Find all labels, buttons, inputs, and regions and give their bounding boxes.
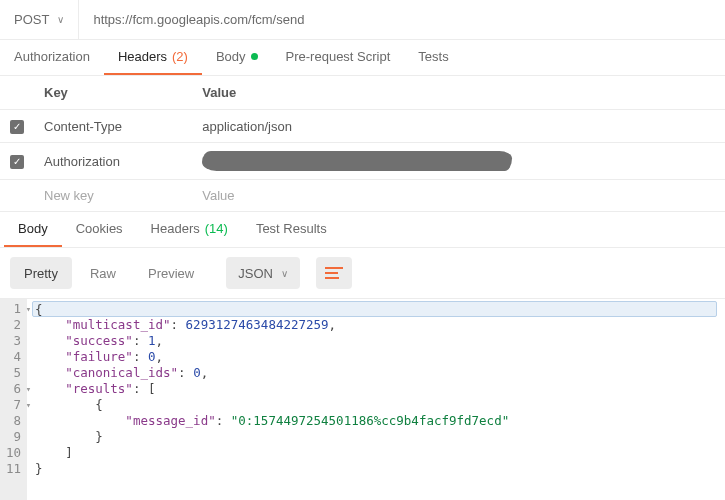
response-tabs: Body Cookies Headers (14) Test Results bbox=[0, 212, 725, 248]
table-row-new[interactable]: New key Value bbox=[0, 180, 725, 212]
table-row[interactable]: ✓ Authorization bbox=[0, 143, 725, 180]
response-body: 1 2 3 4 5 6 7 8 9 10 11 { "multicast_id"… bbox=[0, 298, 725, 500]
header-key[interactable]: Authorization bbox=[34, 143, 192, 180]
unsaved-dot-icon bbox=[251, 53, 258, 60]
response-headers-count: (14) bbox=[205, 221, 228, 236]
request-url-input[interactable]: https://fcm.googleapis.com/fcm/send bbox=[79, 12, 318, 27]
table-row[interactable]: ✓ Content-Type application/json bbox=[0, 110, 725, 143]
header-value[interactable]: application/json bbox=[192, 110, 725, 143]
tab-authorization[interactable]: Authorization bbox=[0, 40, 104, 75]
wrap-lines-button[interactable] bbox=[316, 257, 352, 289]
rtab-headers[interactable]: Headers (14) bbox=[137, 212, 242, 247]
checkbox-icon[interactable]: ✓ bbox=[10, 155, 24, 169]
header-value[interactable] bbox=[192, 143, 725, 180]
header-key[interactable]: Content-Type bbox=[34, 110, 192, 143]
http-method-label: POST bbox=[14, 12, 49, 27]
column-key: Key bbox=[34, 76, 192, 110]
line-gutter: 1 2 3 4 5 6 7 8 9 10 11 bbox=[0, 299, 27, 500]
request-tabs: Authorization Headers (2) Body Pre-reque… bbox=[0, 40, 725, 76]
view-preview[interactable]: Preview bbox=[134, 257, 208, 289]
headers-count: (2) bbox=[172, 49, 188, 64]
http-method-select[interactable]: POST ∨ bbox=[0, 0, 79, 39]
tab-body[interactable]: Body bbox=[202, 40, 272, 75]
view-raw[interactable]: Raw bbox=[76, 257, 130, 289]
redacted-value bbox=[202, 151, 512, 171]
format-select[interactable]: JSON ∨ bbox=[226, 257, 300, 289]
checkbox-icon[interactable]: ✓ bbox=[10, 120, 24, 134]
rtab-testresults[interactable]: Test Results bbox=[242, 212, 341, 247]
rtab-cookies[interactable]: Cookies bbox=[62, 212, 137, 247]
code-content[interactable]: { "multicast_id": 6293127463484227259, "… bbox=[27, 299, 725, 500]
tab-headers[interactable]: Headers (2) bbox=[104, 40, 202, 75]
chevron-down-icon: ∨ bbox=[57, 14, 64, 25]
column-value: Value bbox=[192, 76, 725, 110]
view-pretty[interactable]: Pretty bbox=[10, 257, 72, 289]
new-value-input[interactable]: Value bbox=[192, 180, 725, 212]
chevron-down-icon: ∨ bbox=[281, 268, 288, 279]
tab-tests[interactable]: Tests bbox=[404, 40, 462, 75]
rtab-body[interactable]: Body bbox=[4, 212, 62, 247]
tab-prerequest[interactable]: Pre-request Script bbox=[272, 40, 405, 75]
headers-table: Key Value ✓ Content-Type application/jso… bbox=[0, 76, 725, 212]
wrap-icon bbox=[325, 266, 343, 280]
new-key-input[interactable]: New key bbox=[34, 180, 192, 212]
body-view-toolbar: Pretty Raw Preview JSON ∨ bbox=[0, 248, 725, 298]
